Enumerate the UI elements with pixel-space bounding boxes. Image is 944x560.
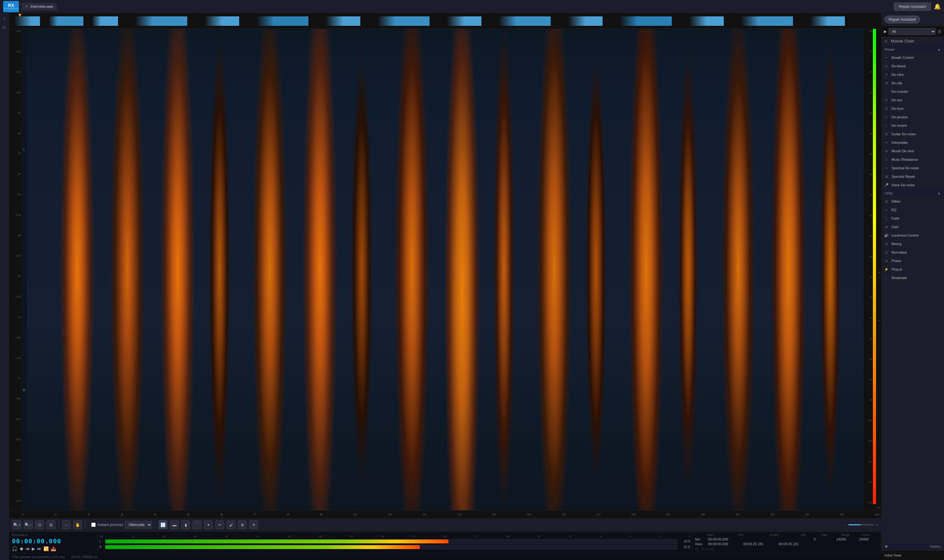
menu-item-de-ess[interactable]: S De-ess: [881, 96, 944, 105]
select-freq-tool[interactable]: ▮: [181, 520, 190, 529]
module-chain-icon: ⊞: [884, 39, 889, 43]
panel-play-icon[interactable]: ▶: [884, 29, 887, 34]
info-cursor-header: Cursor: [862, 533, 879, 536]
menu-item-music-rebalance[interactable]: ♬ Music Rebalance: [881, 155, 944, 164]
info-sel-length: [778, 537, 810, 541]
loop-button[interactable]: 🔁: [43, 546, 49, 551]
menu-item-normalize[interactable]: ⊡ Normalize: [881, 248, 944, 257]
menu-item-gain[interactable]: ⊕ Gain: [881, 223, 944, 231]
zoom-sel-button[interactable]: ⊞: [46, 520, 55, 529]
file-tab[interactable]: ✕ Interview.wav: [22, 3, 57, 11]
repair-assistant-header: Repair Assistant: [881, 13, 944, 26]
menu-item-spectral-repair[interactable]: ⊠ Spectral Repair: [881, 172, 944, 181]
zoom-in-freq[interactable]: +: [878, 269, 881, 275]
menu-item-de-clip[interactable]: ⊞ De-clip: [881, 79, 944, 88]
menu-item-de-click[interactable]: ✳ De-click: [881, 71, 944, 79]
menu-item-resample[interactable]: ↕ Resample: [881, 274, 944, 282]
menu-item-eq[interactable]: ∿ EQ: [881, 206, 944, 214]
channel-R-label: R: [23, 388, 26, 392]
repair-section-arrow[interactable]: ▲: [937, 47, 941, 52]
prev-button[interactable]: ⏮: [26, 546, 30, 551]
attenuate-select[interactable]: Attenuate Remove: [125, 521, 152, 529]
menu-item-de-reverb[interactable]: ○ De-reverb: [881, 122, 944, 130]
repair-assistant-button[interactable]: Repair Assistant: [894, 3, 931, 11]
zoom-minus-icon[interactable]: −: [844, 523, 847, 527]
menu-item-mixing[interactable]: ⊟ Mixing: [881, 240, 944, 248]
brush-tool[interactable]: 🖌: [226, 520, 236, 529]
panel-menu-icon[interactable]: ☰: [938, 29, 941, 34]
menu-item-de-bleed[interactable]: ◎ De-bleed: [881, 62, 944, 71]
zoom-fit-button[interactable]: ⊡: [35, 520, 44, 529]
menu-item-plug-in[interactable]: ⚡ Plug-in: [881, 265, 944, 274]
info-sel-range: 24000: [859, 537, 878, 541]
resample-icon: ↕: [884, 275, 889, 280]
info-range-header: Range: [841, 533, 858, 536]
zoom-out-button[interactable]: 🔍−: [24, 520, 33, 529]
headphones-button[interactable]: 🎧: [12, 546, 17, 551]
zoom-in-button[interactable]: 🔍+: [12, 520, 22, 529]
eq-label: EQ: [892, 208, 896, 212]
de-bleed-label: De-bleed: [892, 64, 906, 68]
menu-item-de-hum[interactable]: ⊘ De-hum: [881, 105, 944, 113]
menu-item-fade[interactable]: ╲ Fade: [881, 214, 944, 223]
menu-item-dither[interactable]: ⊞ Dither: [881, 197, 944, 206]
hand-tool-button[interactable]: ✋: [73, 520, 82, 529]
module-chain-label: Module Chain: [891, 39, 914, 43]
spectrogram-view[interactable]: [27, 29, 864, 510]
pan-left-button[interactable]: ↔: [62, 520, 71, 529]
zoom-out-freq[interactable]: −: [878, 318, 881, 323]
close-icon[interactable]: ✕: [25, 5, 28, 9]
play-button[interactable]: ▶: [32, 546, 35, 551]
zoom-plus-icon[interactable]: +: [875, 523, 878, 527]
menu-item-loudness-control[interactable]: 🔊 Loudness Control: [881, 231, 944, 240]
section-repair: Repair ▲: [881, 46, 944, 54]
spectrogram-area[interactable]: 20k 15k 12k 10k 9k 8k 7k 6k 5k 4.5k 4k 3…: [9, 29, 881, 510]
time-axis: 0 |1 |2 |3 |4 |5 |6 |7 |8 |9 |10 |11 |12…: [9, 510, 881, 518]
panel-filter-select[interactable]: All: [889, 28, 936, 35]
select-time-tool[interactable]: ▬: [170, 520, 179, 529]
eraser-tool[interactable]: ⊗: [238, 520, 247, 529]
output-button[interactable]: 📤: [51, 546, 56, 551]
menu-item-voice-de-noise[interactable]: 🎤 Voice De-noise: [881, 181, 944, 189]
mixing-label: Mixing: [892, 242, 901, 246]
time-label: h:m:s.ms: [702, 548, 714, 551]
history-section-wrapper: ◀ History Initial State: [881, 543, 944, 560]
arrow-tool[interactable]: ▷: [1, 23, 9, 31]
instant-process-checkbox[interactable]: [91, 523, 95, 527]
info-view-length: 00:00:25.181: [778, 542, 810, 546]
separator-1: [59, 521, 59, 529]
menu-item-mouth-de-click[interactable]: ⚙ Mouth De-click: [881, 147, 944, 155]
phase-label: Phase: [892, 259, 901, 263]
menu-item-de-plosive[interactable]: ≈ De-plosive: [881, 113, 944, 122]
menu-item-de-crackle[interactable]: ⋯ De-crackle: [881, 88, 944, 96]
zoom-slider[interactable]: [849, 524, 873, 525]
waveform-overview[interactable]: [9, 13, 881, 29]
info-row-view: View 00:00:00.000 00:00:25.181 00:00:25.…: [695, 542, 878, 546]
next-button[interactable]: ⏭: [37, 546, 42, 551]
menu-item-interpolate[interactable]: ✂ Interpolate: [881, 138, 944, 147]
menu-item-breath-control[interactable]: 〜 Breath Control: [881, 54, 944, 62]
crosshair-tool[interactable]: ✛: [249, 520, 258, 529]
menu-item-spectral-de-noise[interactable]: ∿ Spectral De-noise: [881, 164, 944, 172]
history-item-initial[interactable]: Initial State: [884, 552, 941, 558]
select-rect-tool[interactable]: ⬜: [159, 520, 168, 529]
history-section: Initial State: [881, 550, 944, 560]
lasso-tool[interactable]: ⌒: [192, 520, 202, 529]
notification-icon[interactable]: 🔔: [934, 3, 941, 10]
utility-section-arrow[interactable]: ▲: [937, 191, 941, 195]
cursor-tool[interactable]: ↕: [1, 14, 9, 22]
menu-item-guitar-de-noise[interactable]: ⚙ Guitar De-noise: [881, 130, 944, 138]
de-plosive-icon: ≈: [884, 114, 889, 120]
magic-wand-tool[interactable]: ✦: [204, 520, 213, 529]
record-button[interactable]: ⏺: [19, 546, 24, 551]
right-panel: Repair Assistant ▶ All ☰ ⊞ Module Chain …: [881, 13, 944, 560]
history-arrow-left[interactable]: ◀: [884, 544, 887, 548]
de-clip-icon: ⊞: [884, 80, 889, 86]
menu-item-phase[interactable]: ⊟ Phase: [881, 257, 944, 265]
module-chain-row[interactable]: ⊞ Module Chain: [881, 37, 944, 46]
fade-icon: ╲: [884, 216, 889, 221]
mouth-de-click-icon: ⚙: [884, 149, 889, 154]
pencil-tool[interactable]: ✏: [215, 520, 224, 529]
repair-assistant-panel-button[interactable]: Repair Assistant: [884, 16, 920, 23]
de-hum-icon: ⊘: [884, 106, 889, 111]
